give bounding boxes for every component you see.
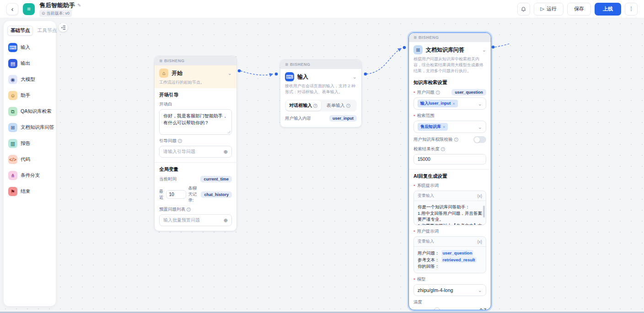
node-brand-bar: ≋BISHENG [155, 56, 236, 65]
port-docqa-left[interactable] [403, 46, 406, 49]
global-vars-heading: 全局变量 [159, 166, 232, 173]
scope-tag[interactable]: 售后知识库 [418, 123, 448, 131]
model-value: zhipu/glm-4-long [418, 287, 453, 293]
tab-tool-nodes[interactable]: 工具节点 [35, 26, 59, 35]
divider [409, 169, 491, 170]
preset-questions-label: 预置问题列表 [159, 207, 232, 212]
help-icon[interactable] [313, 104, 317, 108]
assistant-icon: ☺ [8, 91, 17, 100]
user-question-tag[interactable]: 输入/user_input [418, 100, 458, 107]
save-button[interactable]: 保存 [567, 3, 591, 16]
more-button[interactable]: ⋮ [625, 3, 638, 16]
port-input-right[interactable] [364, 73, 367, 76]
scrollbar[interactable] [483, 206, 485, 218]
retrieved-result-token: retrieved_result [441, 257, 477, 263]
system-prompt-box[interactable]: 变量输入{x} 你是一个知识库问答助手： 1.用中文回答用户问题，并且答案要严谨… [413, 191, 486, 225]
chat-history-badge: chat_history [201, 191, 232, 198]
divider [155, 162, 236, 163]
user-question-token: user_question [441, 250, 474, 256]
edit-title-icon[interactable]: ✎ [77, 3, 81, 8]
guide-question-label: 引导问题 [159, 138, 232, 144]
port-start-output[interactable] [238, 69, 241, 73]
palette-item-output[interactable]: ▤输出 [7, 57, 52, 70]
system-prompt-text[interactable]: 你是一个知识库问答助手： 1.用中文回答用户问题，并且答案要严谨专业。 2.你需… [414, 201, 486, 225]
node-start[interactable]: ≋BISHENG ⌂ 开始 ⌄ 工作流运行的起始节点。 开场引导 开场白 你好，… [154, 56, 237, 231]
temperature-label: 温度 [413, 299, 486, 305]
user-question-select[interactable]: 输入/user_input ⌄ [413, 97, 486, 110]
run-button[interactable]: ▷运行 [534, 3, 564, 16]
palette-item-qa-retrieval[interactable]: ⧉QA知识库检索 [7, 105, 52, 118]
help-icon[interactable] [187, 207, 191, 212]
tab-form-input[interactable]: 表单输入 [321, 101, 356, 111]
scope-select[interactable]: 售后知识库 ⌄ [413, 121, 486, 133]
user-prompt-text[interactable]: 用户问题：user_question 参考文本：retrieved_result… [414, 247, 486, 273]
add-circle-icon[interactable]: ⊕ [224, 218, 228, 223]
opening-textarea[interactable]: 你好，我是客服部门智能助手，有什么可以帮助你的？ [159, 109, 232, 135]
palette-item-assistant[interactable]: ☺助手 [7, 89, 52, 102]
tab-basic-nodes[interactable]: 基础节点 [7, 26, 33, 36]
preset-questions-input[interactable]: 输入批量预置问题 ⊕ [159, 214, 232, 226]
user-input-badge: user_input [329, 115, 357, 122]
play-icon: ▷ [541, 6, 544, 12]
user-prompt-box[interactable]: 变量输入{x} 用户问题：user_question 参考文本：retrieve… [413, 236, 486, 273]
help-icon[interactable] [178, 139, 182, 143]
chevron-down-icon[interactable]: ⌄ [482, 48, 486, 52]
chevron-down-icon[interactable]: ⌄ [478, 102, 482, 106]
palette-item-code[interactable]: </>代码 [7, 153, 52, 166]
chevron-down-icon[interactable]: ⌄ [228, 71, 232, 75]
edge-input-to-docqa[interactable] [366, 48, 401, 74]
palette-item-report[interactable]: ▥报告 [7, 137, 52, 150]
slider-knob[interactable] [434, 308, 440, 310]
model-select[interactable]: zhipu/glm-4-long ⌄ [413, 284, 486, 296]
input-node-header[interactable]: ⌨ 输入 ⌄ [280, 69, 361, 83]
node-doc-qa[interactable]: ≋BISHENG ⊞ 文档知识库问答 ⌄ 根据用户问题从知识库中检索相关内容，综… [408, 32, 491, 310]
bell-icon [521, 6, 526, 12]
help-icon[interactable] [454, 138, 458, 142]
palette-item-doc-qa[interactable]: ⊞文档知识库问答 [7, 121, 52, 134]
help-icon[interactable] [346, 104, 350, 108]
palette-item-condition[interactable]: ⋔条件分支 [7, 169, 52, 182]
collapse-sidebar-button[interactable] [59, 23, 68, 32]
port-input-left[interactable] [275, 73, 278, 76]
publish-button[interactable]: 上线 [595, 3, 621, 16]
variable-icon[interactable]: {x} [477, 239, 482, 244]
guide-question-input[interactable]: 请输入引导问题 ⊕ [159, 146, 232, 158]
collapse-panel-icon [61, 25, 66, 30]
add-circle-icon[interactable]: ⊕ [224, 149, 228, 155]
current-time-label: 当前时间 [159, 176, 177, 182]
node-brand-bar: ≋BISHENG [280, 60, 361, 69]
chevron-down-icon[interactable]: ⌄ [478, 288, 482, 292]
node-input[interactable]: ≋BISHENG ⌨ 输入 ⌄ 接收用户在会话页面的输入，支持 2 种形式：对话… [280, 59, 362, 127]
start-node-header[interactable]: ⌂ 开始 ⌄ [155, 65, 236, 80]
opening-label: 开场白 [159, 101, 232, 107]
help-icon[interactable] [441, 147, 445, 151]
doc-qa-node-header[interactable]: ⊞ 文档知识库问答 ⌄ [409, 42, 491, 56]
doc-qa-icon: ⊞ [8, 123, 17, 132]
result-length-input[interactable]: 15000 [413, 154, 486, 164]
resize-handle[interactable] [227, 130, 231, 133]
end-flag-icon: ⚑ [8, 187, 17, 196]
user-question-badge: user_question [451, 89, 486, 95]
palette-item-end[interactable]: ⚑结束 [7, 185, 52, 198]
home-icon: ⌂ [159, 69, 168, 78]
workflow-canvas[interactable]: 基础节点 工具节点 ⌨输入 ▤输出 ◉大模型 ☺助手 ⧉QA知识库检索 ⊞文档知… [0, 18, 644, 313]
recent-count-input[interactable] [166, 190, 186, 199]
notifications-button[interactable] [517, 3, 530, 16]
tab-dialog-input[interactable]: 对话框输入 [286, 101, 321, 111]
port-docqa-right[interactable] [492, 46, 495, 49]
result-length-label: 检索结果长度 [413, 146, 486, 152]
temperature-slider[interactable] [413, 310, 476, 310]
permission-check-label: 用户知识库权限校验 [413, 137, 458, 143]
node-palette: 基础节点 工具节点 ⌨输入 ▤输出 ◉大模型 ☺助手 ⧉QA知识库检索 ⊞文档知… [4, 21, 56, 306]
chevron-down-icon[interactable]: ⌄ [478, 125, 482, 129]
back-button[interactable]: ‹ [6, 3, 18, 15]
edge-start-to-input[interactable] [241, 71, 273, 75]
palette-item-llm[interactable]: ◉大模型 [7, 73, 52, 86]
edge-docqa-outgoing[interactable] [495, 43, 510, 47]
system-prompt-label: 系统提示词 [413, 183, 486, 189]
permission-toggle[interactable] [473, 136, 486, 143]
palette-item-input[interactable]: ⌨输入 [7, 41, 52, 54]
help-icon[interactable] [436, 90, 440, 95]
variable-icon[interactable]: {x} [477, 194, 482, 198]
chevron-down-icon[interactable]: ⌄ [353, 75, 357, 79]
